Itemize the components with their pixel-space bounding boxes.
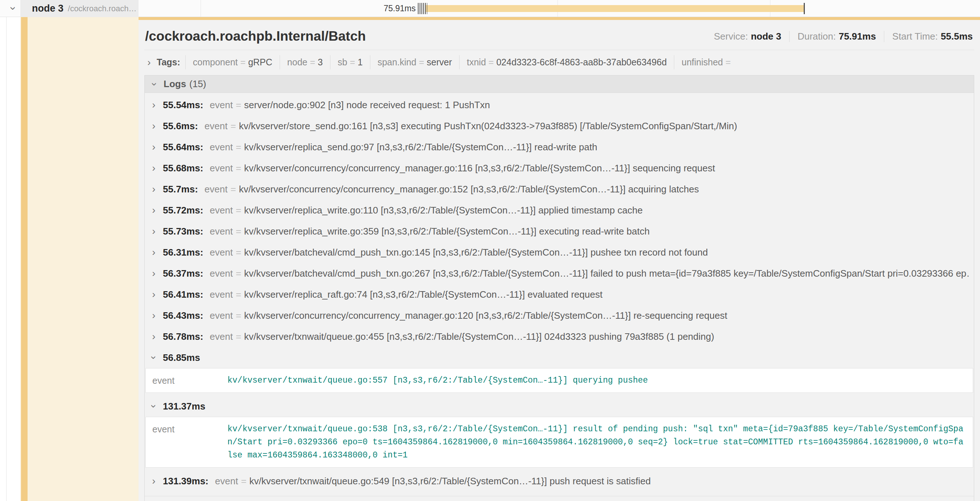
tag-key: txnid <box>467 57 486 67</box>
log-field-value: kv/kvserver/concurrency/concurrency_mana… <box>239 184 969 195</box>
log-row[interactable]: › 56.43ms: event = kv/kvserver/concurren… <box>145 305 974 326</box>
page-title: /cockroach.roachpb.Internal/Batch <box>145 29 366 44</box>
equals-sign: = <box>236 99 241 111</box>
chevron-right-icon: › <box>149 121 159 131</box>
span-color-accent-stripe <box>21 0 27 501</box>
equals-sign: = <box>347 57 358 67</box>
log-field-key: event <box>210 142 233 153</box>
tag-node: node=3 <box>280 55 330 69</box>
tags-accordion[interactable]: › Tags: component=gRPC node=3 sb=1 span.… <box>144 55 974 69</box>
log-field-value: kv/kvserver/batcheval/cmd_push_txn.go:26… <box>244 268 969 279</box>
chevron-down-icon: › <box>149 80 160 89</box>
log-row[interactable]: › 55.7ms: event = kv/kvserver/concurrenc… <box>145 179 974 199</box>
equals-sign: = <box>236 205 241 216</box>
logs-header[interactable]: › Logs (15) <box>145 75 974 93</box>
log-field-value: kv/kvserver/replica_raft.go:74 [n3,s3,r6… <box>244 289 969 300</box>
tag-key: component <box>193 57 238 67</box>
span-detail-accent-band <box>138 17 980 20</box>
chevron-right-icon: › <box>149 332 159 341</box>
log-row[interactable]: › 55.72ms: event = kv/kvserver/replica_w… <box>145 199 974 221</box>
tag-value: 1 <box>358 57 363 67</box>
tag-key: unfinished <box>681 57 723 67</box>
chevron-right-icon: › <box>149 100 159 110</box>
log-field-key: event <box>210 268 233 279</box>
log-row[interactable]: › 55.68ms: event = kv/kvserver/concurren… <box>145 158 974 179</box>
timeline-gridline <box>200 0 201 17</box>
log-timestamp: 55.73ms: <box>163 226 203 237</box>
equals-sign: = <box>307 57 318 67</box>
chevron-down-icon: › <box>149 402 159 411</box>
log-tick-mark-end <box>804 3 805 14</box>
tag-value: server <box>427 57 452 67</box>
log-field-key: event <box>210 310 233 321</box>
log-timestamp: 56.31ms: <box>163 247 203 258</box>
chevron-right-icon: › <box>149 310 159 321</box>
span-operation-name: /cockroach.roach… <box>68 4 137 13</box>
log-row[interactable]: › 56.37ms: event = kv/kvserver/batcheval… <box>145 263 974 284</box>
equals-sign: = <box>416 57 427 67</box>
log-timestamp: 56.85ms <box>163 352 200 364</box>
meta-label: Duration: <box>797 31 836 42</box>
log-detail-field: event kv/kvserver/txnwait/queue.go:557 [… <box>146 374 973 387</box>
log-row-expanded[interactable]: › 56.85ms <box>145 347 974 368</box>
log-row[interactable]: › 55.73ms: event = kv/kvserver/replica_w… <box>145 221 974 242</box>
log-row[interactable]: › 56.41ms: event = kv/kvserver/replica_r… <box>145 284 974 305</box>
log-timestamp: 56.37ms: <box>163 268 203 279</box>
equals-sign: = <box>238 57 248 67</box>
meta-service: Service:node 3 <box>706 31 789 42</box>
span-bar-row[interactable]: › node 3 /cockroach.roach… 75.91ms <box>0 0 980 17</box>
tag-value: 024d3323-6c8f-4863-aa8b-37ab0e63496d <box>496 57 667 67</box>
log-field-value: kv/kvserver/concurrency/concurrency_mana… <box>244 163 969 174</box>
tag-txnid: txnid=024d3323-6c8f-4863-aa8b-37ab0e6349… <box>459 55 674 69</box>
tag-component: component=gRPC <box>185 55 280 69</box>
log-field-value: kv/kvserver/store_send.go:161 [n3,s3] ex… <box>239 121 969 132</box>
logs-footer-note: Log timestamps are relative to the start… <box>145 496 974 501</box>
log-timestamp: 55.7ms: <box>163 184 198 195</box>
log-field-value: kv/kvserver/txnwait/queue.go:455 [n3,s3,… <box>244 331 969 342</box>
log-row[interactable]: › 55.6ms: event = kv/kvserver/store_send… <box>145 115 974 137</box>
log-timestamp: 131.37ms <box>163 401 205 412</box>
log-row-expanded[interactable]: › 131.37ms <box>145 396 974 417</box>
log-row[interactable]: › 56.78ms: event = kv/kvserver/txnwait/q… <box>145 326 974 347</box>
log-field-key: event <box>215 475 238 487</box>
log-field-value: kv/kvserver/concurrency/concurrency_mana… <box>244 310 969 321</box>
tag-value: 3 <box>318 57 323 67</box>
log-field-key: event <box>146 374 228 386</box>
log-field-key: event <box>210 163 233 174</box>
chevron-right-icon: › <box>149 226 159 236</box>
chevron-right-icon: › <box>149 163 159 173</box>
tag-value: gRPC <box>248 57 272 67</box>
log-field-value: kv/kvserver/txnwait/queue.go:557 [n3,s3,… <box>228 374 973 387</box>
log-timestamp: 56.43ms: <box>163 310 203 321</box>
equals-sign: = <box>236 163 241 174</box>
trace-view-gutter-line <box>6 0 6 501</box>
logs-accordion: › Logs (15) › 55.54ms: event = server/no… <box>144 75 974 501</box>
logs-title: Logs <box>164 78 186 90</box>
log-field-value: kv/kvserver/txnwait/queue.go:538 [n3,s3,… <box>228 423 973 462</box>
log-field-key: event <box>210 205 233 216</box>
equals-sign: = <box>236 268 241 279</box>
tag-span-kind: span.kind=server <box>370 55 459 69</box>
log-row[interactable]: › 55.54ms: event = server/node.go:902 [n… <box>145 94 974 115</box>
log-row[interactable]: › 131.39ms: event = kv/kvserver/txnwait/… <box>145 471 974 491</box>
log-detail-card: event kv/kvserver/txnwait/queue.go:538 [… <box>145 417 973 467</box>
span-service-name: node 3 <box>32 3 64 14</box>
chevron-right-icon: › <box>149 268 159 278</box>
chevron-down-icon[interactable]: › <box>7 3 19 14</box>
equals-sign: = <box>241 475 246 487</box>
equals-sign: = <box>236 142 241 153</box>
log-field-value: kv/kvserver/replica_send.go:97 [n3,s3,r6… <box>244 142 969 153</box>
chevron-down-icon: › <box>149 353 159 362</box>
chevron-right-icon: › <box>149 142 159 152</box>
log-timestamp: 55.6ms: <box>163 121 198 132</box>
span-meta: Service:node 3 Duration:75.91ms Start Ti… <box>706 31 974 42</box>
log-field-key: event <box>210 247 233 258</box>
equals-sign: = <box>236 331 241 342</box>
log-field-value: server/node.go:902 [n3] node received re… <box>244 99 969 111</box>
log-timestamp: 56.41ms: <box>163 289 203 300</box>
span-name-cell[interactable]: node 3 /cockroach.roach… <box>20 0 138 17</box>
log-row[interactable]: › 55.64ms: event = kv/kvserver/replica_s… <box>145 137 974 158</box>
log-row[interactable]: › 56.31ms: event = kv/kvserver/batcheval… <box>145 242 974 263</box>
span-duration-bar[interactable] <box>425 5 805 12</box>
meta-label: Start Time: <box>892 31 938 42</box>
